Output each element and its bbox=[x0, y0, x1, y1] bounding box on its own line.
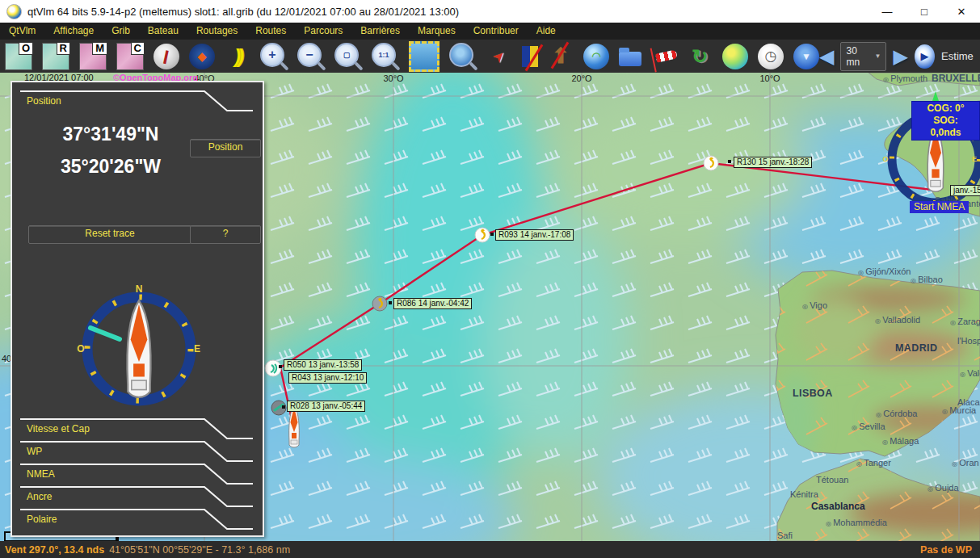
instruments-panel: Position 37°31'49"N 35°20'26"W Position … bbox=[11, 81, 264, 537]
window-title: qtVlm 64 bits 5.9-14-p2 (meltemus) slot1… bbox=[27, 6, 459, 18]
sog-value: SOG: 0,0nds bbox=[917, 115, 974, 139]
city-label: Plymouth bbox=[883, 73, 927, 83]
city-label: l'Hospi bbox=[957, 336, 980, 346]
toolbar-icon[interactable]: ↻ bbox=[687, 44, 713, 69]
time-step-select[interactable]: 30 mn ▼ bbox=[840, 42, 886, 71]
menu-item[interactable]: Parcours bbox=[295, 23, 351, 40]
city-label: Gijón/Xixón bbox=[858, 266, 911, 276]
section-position[interactable]: Position bbox=[12, 90, 263, 113]
city-label: Murcia bbox=[942, 405, 976, 415]
window-button[interactable]: ✕ bbox=[943, 0, 980, 23]
waypoint-label[interactable]: R086 14 janv.-04:42 bbox=[393, 298, 472, 309]
step-back-button[interactable]: ◀ bbox=[819, 44, 834, 69]
toolbar-icon[interactable] bbox=[449, 43, 473, 67]
window-button[interactable]: □ bbox=[906, 0, 943, 23]
menu-item[interactable]: Affichage bbox=[44, 23, 103, 40]
toolbar-icon[interactable] bbox=[409, 41, 440, 72]
panel-compass: N E O bbox=[12, 252, 266, 417]
status-bar: Vent 297.0°, 13.4 nds 41°05'51"N 00°55'2… bbox=[0, 541, 980, 558]
panel-section-header[interactable]: Polaire bbox=[12, 509, 266, 531]
compass-e: E bbox=[194, 343, 200, 355]
longitude-label: 30°O bbox=[383, 73, 403, 83]
city-label: Córdoba bbox=[876, 409, 917, 418]
menu-item[interactable]: Bateau bbox=[139, 23, 187, 40]
toolbar-icon[interactable]: C bbox=[116, 43, 144, 70]
menu-item[interactable]: Barrières bbox=[351, 23, 409, 40]
window-button[interactable]: — bbox=[869, 0, 906, 23]
help-button[interactable]: ? bbox=[190, 225, 261, 244]
toolbar-icon[interactable]: ➤ bbox=[486, 44, 512, 69]
menu-item[interactable]: QtVlm bbox=[0, 23, 44, 40]
time-step-value: 30 mn bbox=[846, 45, 866, 68]
svg-text:E: E bbox=[972, 155, 977, 163]
toolbar-icon[interactable]: ❙ bbox=[154, 44, 179, 69]
chevron-down-icon: ▼ bbox=[875, 52, 881, 60]
cog-value: COG: 0° bbox=[917, 103, 974, 115]
toolbar-icon[interactable] bbox=[522, 46, 538, 67]
city-label: Oran bbox=[952, 458, 979, 468]
menu-item[interactable]: Routes bbox=[246, 23, 295, 40]
waypoint-label[interactable]: R130 15 janv.-18:28 bbox=[734, 157, 812, 168]
menu-item[interactable]: Aide bbox=[528, 23, 565, 40]
toolbar-icon[interactable]: 1:1 bbox=[372, 43, 396, 67]
collapsed-sections: Vitesse et Cap WP NMEA Ancre Polaire bbox=[12, 418, 266, 531]
svg-text:O: O bbox=[882, 155, 888, 163]
menu-item[interactable]: Contribuer bbox=[465, 23, 528, 40]
toolbar-icon[interactable] bbox=[619, 52, 641, 66]
toolbar-icon[interactable]: − bbox=[297, 43, 322, 67]
panel-section-header[interactable]: Vitesse et Cap bbox=[12, 418, 266, 441]
toolbar-icon[interactable]: ◷ bbox=[758, 44, 784, 69]
title-bar: qtVlm 64 bits 5.9-14-p2 (meltemus) slot1… bbox=[0, 0, 980, 23]
window-controls: —□✕ bbox=[869, 0, 980, 23]
city-label: Safi bbox=[777, 531, 793, 540]
boat-coordinates: 37°31'49"N 35°20'26"W bbox=[30, 118, 191, 183]
toolbar-icon[interactable]: ▼ bbox=[793, 44, 819, 69]
toolbar-icon[interactable]: )) bbox=[225, 44, 250, 69]
compass-o: O bbox=[77, 343, 84, 355]
longitude-value: 35°20'26"W bbox=[30, 150, 191, 183]
compass-n: N bbox=[136, 283, 143, 295]
toolbar-icon[interactable]: O bbox=[5, 43, 32, 70]
toolbar-icon[interactable]: ▢ bbox=[334, 43, 359, 67]
toolbar-icon[interactable]: + bbox=[260, 43, 284, 67]
city-label: Oujda bbox=[927, 483, 959, 493]
waypoint-label[interactable]: R043 13 janv.-12:10 bbox=[288, 372, 367, 384]
city-label: Casablanca bbox=[811, 501, 865, 512]
panel-section-header[interactable]: Ancre bbox=[12, 486, 266, 509]
menu-item[interactable]: Grib bbox=[103, 23, 139, 40]
panel-section-header[interactable]: WP bbox=[12, 441, 266, 464]
toolbar: O R M C ❙ ◆ )) bbox=[0, 40, 980, 73]
city-label: Bilbao bbox=[911, 275, 943, 284]
city-label: BRUXELLES bbox=[932, 73, 980, 84]
toolbar-icon[interactable] bbox=[655, 49, 678, 62]
toolbar-icon[interactable]: ◆ bbox=[189, 44, 215, 69]
panel-section-header[interactable]: NMEA bbox=[12, 464, 266, 486]
estime-label: Estime bbox=[941, 50, 974, 62]
position-button[interactable]: Position bbox=[190, 139, 261, 157]
city-label: Tanger bbox=[856, 458, 891, 468]
city-label: Vigo bbox=[802, 300, 827, 310]
start-nmea-label[interactable]: Start NMEA bbox=[910, 201, 969, 213]
city-label: Tétouan bbox=[816, 475, 848, 485]
city-label: Valènc bbox=[960, 368, 980, 378]
step-forward-button[interactable]: ▶ bbox=[893, 44, 907, 69]
play-animation-button[interactable]: ▶ bbox=[915, 44, 935, 69]
longitude-label: 20°O bbox=[571, 73, 591, 83]
reset-trace-button[interactable]: Reset trace bbox=[28, 225, 191, 244]
city-label: MADRID bbox=[895, 342, 937, 354]
toolbar-icon[interactable] bbox=[722, 44, 748, 69]
section-position-label: Position bbox=[27, 95, 61, 107]
waypoint-label[interactable]: R093 14 janv.-17:08 bbox=[495, 229, 574, 241]
toolbar-icon[interactable]: ⬆ bbox=[548, 44, 574, 69]
menu-item[interactable]: Marques bbox=[409, 23, 465, 40]
waypoint-label[interactable]: R028 13 janv.-05:44 bbox=[287, 401, 365, 412]
waypoint-label[interactable]: janv.-15 bbox=[950, 185, 980, 196]
toolbar-icon[interactable]: R bbox=[42, 43, 69, 70]
city-label: Valladolid bbox=[875, 315, 920, 325]
toolbar-icon[interactable]: M bbox=[79, 43, 107, 70]
toolbar-icon[interactable]: ◠ bbox=[583, 44, 609, 69]
waypoint-label[interactable]: R050 13 janv.-13:58 bbox=[284, 359, 362, 371]
city-label: Sevilla bbox=[852, 422, 885, 431]
menu-item[interactable]: Routages bbox=[187, 23, 246, 40]
longitude-label: 10°O bbox=[759, 73, 780, 83]
